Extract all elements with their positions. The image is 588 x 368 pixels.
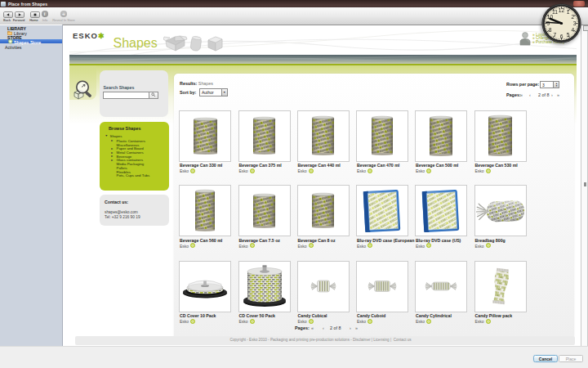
svg-text:9: 9 [546, 20, 550, 25]
svg-text:11: 11 [551, 9, 557, 15]
svg-text:7: 7 [553, 31, 556, 37]
svg-text:4: 4 [571, 26, 574, 32]
svg-text:5: 5 [566, 31, 569, 37]
svg-text:1: 1 [566, 9, 569, 15]
svg-text:3: 3 [572, 20, 576, 25]
svg-text:8: 8 [548, 27, 551, 33]
svg-text:2: 2 [571, 13, 574, 19]
svg-text:12: 12 [558, 7, 564, 12]
svg-text:6: 6 [559, 34, 563, 39]
